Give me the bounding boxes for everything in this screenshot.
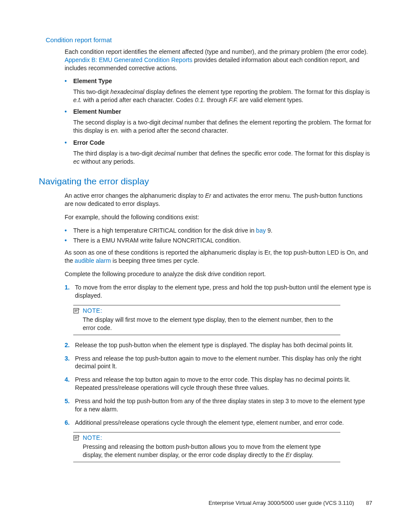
intro-paragraph: Each condition report identifies the ele… [65,48,372,72]
bullet-icon: • [65,227,73,235]
ordered-steps: 2.Release the top push-button when the e… [65,341,372,427]
term-element-number: Element Number [73,108,121,115]
note-icon [73,308,80,314]
bullet-icon: • [65,108,73,115]
step-number: 4. [65,376,75,384]
text: 9. [266,227,273,234]
step-text: Additional press/release operations cycl… [75,419,344,427]
step-item: 2.Release the top push-button when the e… [65,341,372,349]
text: number that defines the specific error c… [175,150,370,157]
document-page: Condition report format Each condition r… [0,0,411,532]
note-label: NOTE: [83,307,102,314]
text-italic: hexadecimal [110,88,144,95]
step-text: Press and hold the top push-button from … [75,397,372,414]
link-bay[interactable]: bay [256,227,266,234]
note-label: NOTE: [83,434,102,441]
description: The second display is a two-digit decima… [73,118,372,135]
text-italic: Er [286,451,292,458]
text-italic: en. [111,127,119,134]
footer-title: Enterprise Virtual Array 3000/5000 user … [209,500,354,506]
text: with a period after each character. Code… [81,96,195,103]
page-number: 87 [366,500,372,506]
step-text: Release the top push-button when the ele… [75,341,353,349]
divider [73,335,340,335]
step-item: 4.Press and release the top button again… [65,376,372,392]
text: display. [292,451,313,458]
text: The second display is a two-digit [73,119,162,126]
text: An active error changes the alphanumeric… [65,192,205,199]
heading-navigating-error-display: Navigating the error display [39,176,372,187]
term-error-code: Error Code [73,139,105,146]
text: This two-digit [73,88,110,95]
text-italic: Er [205,192,211,199]
step-item: 3.Press and release the top push-button … [65,355,372,371]
divider [73,462,340,462]
step-item: 5.Press and hold the top push-button fro… [65,397,372,414]
bullet-list: • There is a high temperature CRITICAL c… [65,227,372,245]
text-italic: ec [73,158,80,165]
divider [73,432,340,432]
text: There is a high temperature CRITICAL con… [73,227,273,235]
list-item: • There is a high temperature CRITICAL c… [65,227,372,235]
step-number: 6. [65,419,75,427]
text-italic: decimal [162,119,183,126]
heading-condition-report-format: Condition report format [46,36,372,44]
text: There is a high temperature CRITICAL con… [73,227,256,234]
list-item: •Error Code The third display is a two-d… [65,139,372,166]
page-footer: Enterprise Virtual Array 3000/5000 user … [209,500,372,506]
text: Each condition report identifies the ele… [65,48,368,55]
note-icon [73,435,80,441]
divider [73,305,340,305]
step-item: 1.To move from the error display to the … [65,283,372,300]
text: display defines the element type reporti… [144,88,370,95]
note-block: NOTE: Pressing and releasing the bottom … [73,432,340,462]
note-body: The display will first move to the eleme… [83,316,340,332]
paragraph: Complete the following procedure to anal… [65,270,372,278]
text: There is a EMU NVRAM write failure NONCR… [73,236,241,245]
step-text: Press and release the top button again t… [75,376,372,392]
bullet-icon: • [65,139,73,146]
text-italic: F.F. [229,96,238,103]
bullet-icon: • [65,78,73,84]
note-body: Pressing and releasing the bottom push-b… [83,443,340,459]
text: without any periods. [80,158,135,165]
text-italic: decimal [154,150,175,157]
text: through [205,96,229,103]
step-text: To move from the error display to the el… [75,283,372,300]
text: are valid element types. [238,96,303,103]
list-item: • There is a EMU NVRAM write failure NON… [65,236,372,245]
text: Pressing and releasing the bottom push-b… [83,443,321,458]
list-item: •Element Number The second display is a … [65,108,372,135]
link-audible-alarm[interactable]: audible alarm [75,257,111,264]
text-italic: 0.1. [195,96,205,103]
definition-list: •Element Type This two-digit hexadecimal… [65,78,372,166]
link-appendix-b[interactable]: Appendix B: EMU Generated Condition Repo… [65,56,193,63]
description: The third display is a two-digit decimal… [73,149,372,166]
description: This two-digit hexadecimal display defin… [73,88,372,104]
text: is beeping three times per cycle. [111,257,199,264]
text-italic: e.t. [73,96,81,103]
term-element-type: Element Type [73,78,112,84]
ordered-steps: 1.To move from the error display to the … [65,283,372,300]
step-item: 6.Additional press/release operations cy… [65,419,372,427]
note-block: NOTE: The display will first move to the… [73,305,340,335]
step-number: 5. [65,397,75,405]
bullet-icon: • [65,236,73,245]
paragraph: An active error changes the alphanumeric… [65,192,372,208]
step-number: 3. [65,355,75,363]
paragraph: For example, should the following condit… [65,213,372,221]
text: with a period after the second character… [119,127,228,134]
text: The third display is a two-digit [73,150,154,157]
paragraph: As soon as one of these conditions is re… [65,249,372,265]
step-number: 2. [65,341,75,349]
step-number: 1. [65,283,75,292]
list-item: •Element Type This two-digit hexadecimal… [65,78,372,104]
step-text: Press and release the top push-button ag… [75,355,372,371]
